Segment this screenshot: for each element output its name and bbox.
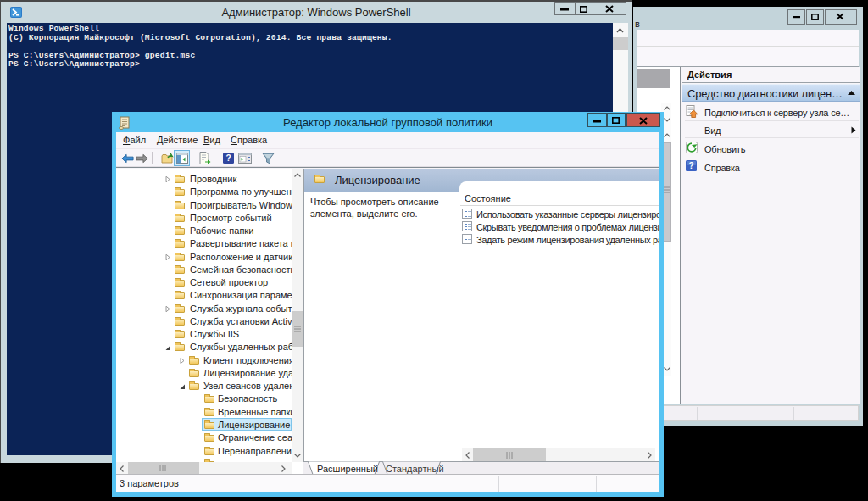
- svg-text:?: ?: [225, 153, 231, 163]
- svg-text:?: ?: [688, 161, 693, 170]
